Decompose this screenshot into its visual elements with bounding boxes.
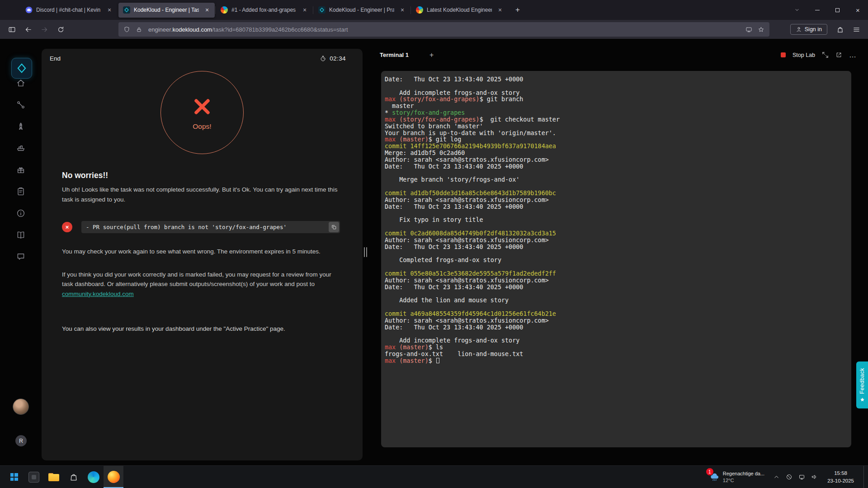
show-desktop-button[interactable]	[863, 466, 866, 488]
profile-initial-badge[interactable]: R	[15, 435, 27, 446]
tab-close-icon[interactable]: ×	[300, 5, 309, 14]
rocket-icon	[16, 122, 26, 131]
terminal-line: * story/fox-and-grapes	[385, 110, 846, 117]
tab-title: Discord | #chit-chat | Kevin Po...	[36, 7, 101, 13]
terminal-line: Author: sarah <sarah@stratos.xfusioncorp…	[385, 197, 846, 204]
forward-icon[interactable]	[37, 23, 52, 36]
weather-widget[interactable]: 1 Regenachtige da... 12°C	[707, 466, 767, 488]
terminal-line: Date: Thu Oct 23 13:43:40 2025 +0000	[385, 284, 846, 291]
pinned-app-icon[interactable]	[24, 466, 44, 488]
tab-close-icon[interactable]: ×	[495, 5, 505, 14]
sidebar-item-chat[interactable]	[16, 252, 26, 262]
open-external-icon[interactable]	[835, 52, 842, 58]
terminal-line: Date: Thu Oct 23 13:43:40 2025 +0000	[385, 324, 846, 331]
terminal-line: Author: sarah <sarah@stratos.xfusioncorp…	[385, 277, 846, 284]
menu-icon[interactable]	[849, 23, 863, 36]
sidebar-toggle-icon[interactable]	[5, 23, 19, 36]
error-row: × - PR source(pull from) branch is not '…	[62, 221, 342, 233]
hidden-icons-chevron[interactable]	[773, 474, 780, 480]
rewards-icon	[16, 165, 26, 175]
terminal-line	[385, 304, 846, 311]
volume-icon[interactable]	[811, 474, 818, 480]
end-button[interactable]: End	[50, 55, 61, 62]
sidebar-item-paths[interactable]	[16, 100, 26, 110]
terminal-line: Date: Thu Oct 23 13:43:40 2025 +0000	[385, 204, 846, 211]
browser-tab[interactable]: Discord | #chit-chat | Kevin Po...×	[21, 3, 117, 18]
sidebar-item-tasks[interactable]	[16, 187, 26, 197]
copy-button[interactable]	[329, 222, 339, 232]
browser-tab[interactable]: KodeKloud - Engineer | Practice×	[314, 3, 410, 18]
back-icon[interactable]	[21, 23, 35, 36]
terminal-line: max (story/fox-and-grapes)$ git branch	[385, 96, 846, 103]
terminal-line: Your branch is up-to-date with 'origin/m…	[385, 130, 846, 137]
new-tab-button[interactable]: +	[511, 3, 524, 17]
sidebar-item-rocket[interactable]	[16, 122, 26, 131]
tab-close-icon[interactable]: ×	[105, 5, 114, 14]
timer-value: 02:34	[330, 55, 346, 62]
terminal-line	[385, 291, 846, 298]
address-bar[interactable]: engineer.kodekloud.com/task?id=680781b33…	[118, 22, 769, 37]
terminal-line: Added the lion and mouse story	[385, 297, 846, 304]
terminal-cursor	[436, 358, 439, 363]
terminal-line: Merge branch 'story/frogs-and-ox'	[385, 177, 846, 183]
more-options-icon[interactable]: …	[849, 53, 856, 57]
store-icon[interactable]	[64, 466, 84, 488]
feedback-button[interactable]: Feedback	[856, 361, 868, 408]
close-button[interactable]: ×	[848, 0, 868, 20]
browser-tab[interactable]: #1 - Added fox-and-grapes sto...×	[216, 3, 312, 18]
sidebar-item-info[interactable]	[16, 208, 26, 218]
sign-in-button[interactable]: Sign in	[790, 24, 827, 35]
terminal-line: Author: sarah <sarah@stratos.xfusioncorp…	[385, 157, 846, 164]
home-icon	[16, 78, 26, 88]
kodekloud-logo[interactable]	[11, 58, 32, 79]
terminal-output: Date: Thu Oct 23 13:43:40 2025 +0000 Add…	[385, 76, 846, 365]
minimize-button[interactable]	[807, 0, 827, 20]
terminal-pane: Terminal 1 + Stop Lab … Date: Thu Oct 23…	[367, 39, 868, 465]
send-to-device-icon[interactable]	[745, 25, 754, 34]
list-tabs-chevron-icon[interactable]	[787, 0, 807, 20]
app-sidebar: R	[0, 39, 42, 465]
lock-icon[interactable]	[134, 25, 143, 34]
display-icon[interactable]	[798, 474, 805, 480]
windows-logo-icon	[10, 473, 18, 481]
terminal-line: Add incomplete frogs-and-ox story	[385, 90, 846, 97]
reload-icon[interactable]	[53, 23, 68, 36]
user-avatar[interactable]	[13, 399, 29, 415]
community-link[interactable]: community.kodekloud.com	[62, 291, 134, 297]
sidebar-item-docs[interactable]	[16, 230, 26, 240]
focus-assist-icon[interactable]	[786, 474, 793, 480]
extensions-icon[interactable]	[833, 23, 847, 36]
terminal-line: Date: Thu Oct 23 13:43:40 2025 +0000	[385, 244, 846, 251]
fullscreen-icon[interactable]	[822, 52, 829, 58]
file-explorer-icon[interactable]	[44, 466, 64, 488]
terminal-line: commit a469a848554359fd45964c1d01256e61f…	[385, 311, 846, 318]
shield-icon[interactable]	[122, 25, 131, 34]
stop-lab-button[interactable]: Stop Lab	[793, 52, 815, 58]
sidebar-item-rewards[interactable]	[16, 165, 26, 175]
terminal-line: max (story/fox-and-grapes)$ git checkout…	[385, 117, 846, 123]
start-button[interactable]	[4, 466, 24, 488]
taskbar-clock[interactable]: 15:58 23-10-2025	[824, 469, 858, 484]
tab-close-icon[interactable]: ×	[203, 5, 212, 14]
paths-icon	[16, 100, 26, 110]
terminal-line: commit 055e80a51c3e53682de5955a579f1ad2e…	[385, 271, 846, 277]
error-x-icon	[190, 95, 214, 118]
browser-tab[interactable]: KodeKloud - Engineer | Task×	[118, 3, 215, 18]
terminal-line	[385, 331, 846, 338]
tab-close-icon[interactable]: ×	[398, 5, 407, 14]
new-terminal-button[interactable]: +	[429, 51, 434, 59]
firefox-icon[interactable]	[104, 466, 123, 488]
bookmark-star-icon[interactable]	[757, 25, 766, 34]
pane-resize-handle[interactable]	[364, 247, 367, 258]
terminal-line	[385, 224, 846, 230]
edge-icon[interactable]	[84, 466, 104, 488]
feedback-label: Feedback	[859, 368, 865, 394]
tab-title: Latest KodeKloud Engineer topi...	[427, 7, 492, 13]
terminal[interactable]: Date: Thu Oct 23 13:43:40 2025 +0000 Add…	[381, 71, 851, 447]
sidebar-item-home[interactable]	[16, 78, 26, 88]
terminal-tab[interactable]: Terminal 1	[380, 52, 409, 58]
browser-tab[interactable]: Latest KodeKloud Engineer topi...×	[411, 3, 508, 18]
terminal-line: Add incomplete frogs-and-ox story	[385, 338, 846, 344]
sidebar-item-playground[interactable]	[16, 143, 26, 153]
maximize-button[interactable]	[827, 0, 848, 20]
